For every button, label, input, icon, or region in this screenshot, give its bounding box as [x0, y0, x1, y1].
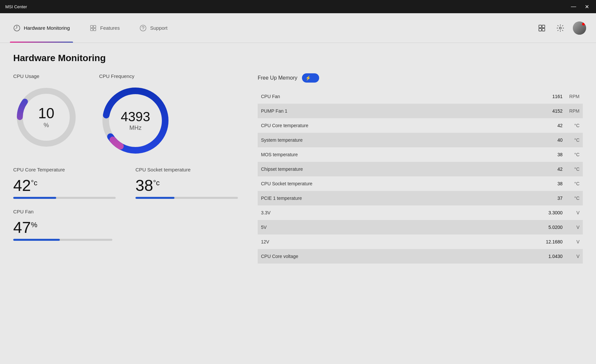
metrics-grid: CPU Usage	[13, 73, 583, 264]
monitor-label: Chipset temperature	[258, 162, 477, 176]
monitor-unit: °C	[566, 176, 583, 191]
tab-support-label: Support	[150, 25, 168, 31]
monitor-label: PCIE 1 temperature	[258, 191, 477, 205]
svg-point-6	[143, 29, 144, 30]
cpu-core-temp-value: 42°c	[13, 178, 116, 194]
left-panel: CPU Usage	[13, 73, 238, 264]
notification-dot	[582, 23, 585, 25]
temp-row: CPU Core Temperature 42°c CPU Socket tem…	[13, 167, 238, 199]
titlebar-controls: — ✕	[570, 3, 591, 11]
settings-button[interactable]	[554, 22, 566, 34]
grid-view-button[interactable]	[536, 22, 548, 34]
cpu-fan-bar-track	[13, 239, 112, 241]
table-row: CPU Core temperature 42 °C	[258, 118, 583, 133]
table-row: Chipset temperature 42 °C	[258, 162, 583, 176]
cpu-fan-label: CPU Fan	[13, 209, 238, 214]
tab-features-label: Features	[100, 25, 120, 31]
svg-rect-2	[93, 25, 96, 28]
main-window: Hardware Monitoring Features	[0, 13, 596, 364]
support-icon	[139, 24, 147, 32]
monitor-value: 42	[477, 118, 566, 133]
cpu-core-temp-label: CPU Core Temperature	[13, 167, 116, 172]
cpu-core-temp-bar-track	[13, 197, 116, 199]
monitor-value: 37	[477, 191, 566, 205]
monitor-value: 3.3000	[477, 205, 566, 220]
monitor-table: CPU Fan 1161 RPM PUMP Fan 1 4152 RPM CPU…	[258, 89, 583, 264]
monitor-unit: °C	[566, 162, 583, 176]
toggle-icon: ⚡	[305, 75, 311, 81]
titlebar: MSI Center — ✕	[0, 0, 596, 13]
page-title: Hardware Monitoring	[13, 53, 583, 63]
nav-right	[536, 21, 586, 35]
monitor-value: 38	[477, 176, 566, 191]
tab-support[interactable]: Support	[136, 13, 171, 43]
svg-rect-8	[542, 25, 545, 28]
tab-hardware-monitoring-label: Hardware Monitoring	[24, 25, 70, 31]
avatar[interactable]	[573, 21, 586, 35]
free-memory-toggle[interactable]: ⚡	[302, 73, 319, 83]
monitor-value: 1161	[477, 89, 566, 104]
table-row: CPU Core voltage 1.0430 V	[258, 249, 583, 264]
tab-hardware-monitoring[interactable]: Hardware Monitoring	[10, 13, 73, 43]
table-row: PCIE 1 temperature 37 °C	[258, 191, 583, 205]
content-area: Hardware Monitoring CPU Usage	[0, 43, 596, 364]
table-row: 5V 5.0200 V	[258, 220, 583, 235]
monitor-value: 42	[477, 162, 566, 176]
nav-tabs: Hardware Monitoring Features	[10, 13, 171, 43]
hardware-monitoring-icon	[13, 24, 20, 32]
table-row: MOS temperature 38 °C	[258, 147, 583, 162]
svg-rect-1	[91, 25, 93, 28]
monitor-unit: V	[566, 235, 583, 249]
monitor-unit: RPM	[566, 89, 583, 104]
monitor-label: CPU Core voltage	[258, 249, 477, 264]
monitor-label: PUMP Fan 1	[258, 104, 477, 118]
table-row: 3.3V 3.3000 V	[258, 205, 583, 220]
monitor-label: System temperature	[258, 133, 477, 147]
cpu-frequency-gauge: 4393 MHz	[99, 84, 172, 157]
cpu-fan-bar-fill	[13, 239, 60, 241]
monitor-label: 12V	[258, 235, 477, 249]
svg-point-11	[559, 27, 561, 29]
monitor-label: CPU Core temperature	[258, 118, 477, 133]
table-row: System temperature 40 °C	[258, 133, 583, 147]
svg-rect-3	[91, 28, 93, 31]
monitor-unit: V	[566, 220, 583, 235]
close-button[interactable]: ✕	[583, 3, 591, 11]
monitor-unit: V	[566, 249, 583, 264]
cpu-usage-label: CPU Usage	[13, 73, 79, 79]
svg-rect-4	[93, 28, 96, 31]
titlebar-left: MSI Center	[5, 4, 27, 9]
monitor-unit: °C	[566, 147, 583, 162]
cpu-usage-gauge: 10 %	[13, 84, 79, 150]
cpu-core-temp-section: CPU Core Temperature 42°c	[13, 167, 116, 199]
monitor-value: 40	[477, 133, 566, 147]
table-row: PUMP Fan 1 4152 RPM	[258, 104, 583, 118]
monitor-unit: °C	[566, 118, 583, 133]
free-memory-row: Free Up Memory ⚡	[258, 73, 583, 83]
features-icon	[90, 24, 97, 32]
minimize-button[interactable]: —	[570, 3, 577, 11]
cpu-socket-temp-bar-track	[135, 197, 238, 199]
cpu-core-temp-bar-fill	[13, 197, 56, 199]
cpu-socket-temp-bar-fill	[135, 197, 174, 199]
right-panel: Free Up Memory ⚡ CPU Fan 1161 RPM PUMP F…	[258, 73, 583, 264]
monitor-label: 5V	[258, 220, 477, 235]
svg-rect-10	[542, 28, 545, 31]
cpu-usage-value: 10 %	[38, 106, 55, 129]
monitor-value: 1.0430	[477, 249, 566, 264]
monitor-value: 38	[477, 147, 566, 162]
svg-rect-9	[539, 28, 541, 31]
tab-features[interactable]: Features	[86, 13, 123, 43]
navbar: Hardware Monitoring Features	[0, 13, 596, 43]
monitor-value: 4152	[477, 104, 566, 118]
monitor-unit: V	[566, 205, 583, 220]
cpu-fan-section: CPU Fan 47%	[13, 209, 238, 241]
monitor-value: 12.1680	[477, 235, 566, 249]
table-row: CPU Fan 1161 RPM	[258, 89, 583, 104]
monitor-label: MOS temperature	[258, 147, 477, 162]
svg-rect-7	[539, 25, 541, 28]
free-memory-label: Free Up Memory	[258, 75, 297, 81]
monitor-label: 3.3V	[258, 205, 477, 220]
cpu-socket-temp-label: CPU Socket temperature	[135, 167, 238, 172]
monitor-label: CPU Socket temperature	[258, 176, 477, 191]
